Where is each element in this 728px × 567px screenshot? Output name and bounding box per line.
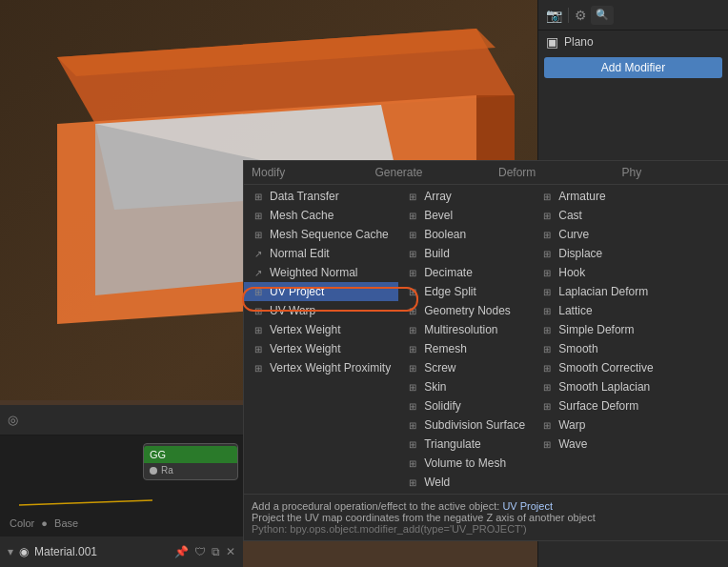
item-build[interactable]: ⊞ Build — [398, 244, 533, 263]
search-button[interactable]: 🔍 — [591, 6, 614, 25]
item-laplacian-deform[interactable]: ⊞ Laplacian Deform — [533, 282, 660, 301]
item-bevel[interactable]: ⊞ Bevel — [398, 206, 533, 225]
item-geometry-nodes[interactable]: ⊞ Geometry Nodes — [398, 301, 533, 320]
multiresolution-icon: ⊞ — [406, 323, 419, 336]
item-surface-deform[interactable]: ⊞ Surface Deform — [533, 396, 660, 415]
item-label: Bevel — [424, 209, 453, 222]
pin-icon[interactable]: 📌 — [174, 545, 189, 558]
item-smooth-laplacian[interactable]: ⊞ Smooth Laplacian — [533, 377, 660, 396]
dropdown-menu: Modify Generate Deform Phy ⊞ Data Transf… — [243, 160, 728, 541]
item-label: Geometry Nodes — [424, 304, 511, 317]
add-modifier-button[interactable]: Add Modifier — [544, 57, 722, 78]
item-smooth-corrective[interactable]: ⊞ Smooth Corrective — [533, 358, 660, 377]
item-label: Lattice — [558, 304, 592, 317]
item-simple-deform[interactable]: ⊞ Simple Deform — [533, 320, 660, 339]
close-icon[interactable]: ✕ — [226, 545, 235, 558]
item-wave[interactable]: ⊞ Wave — [533, 435, 660, 454]
item-multiresolution[interactable]: ⊞ Multiresolution — [398, 320, 533, 339]
item-mesh-seq-cache[interactable]: ⊞ Mesh Sequence Cache — [244, 225, 398, 244]
item-edge-split[interactable]: ⊞ Edge Split — [398, 282, 533, 301]
node-header: GG — [144, 446, 237, 463]
item-label: Screw — [424, 361, 455, 375]
plano-label: Plano — [564, 35, 594, 49]
color-label-row: Color ● Base — [10, 517, 78, 529]
item-label: Remesh — [424, 342, 467, 355]
item-label: Cast — [558, 209, 582, 222]
item-subdivision-surface[interactable]: ⊞ Subdivision Surface — [398, 415, 533, 435]
item-vertex-weight1[interactable]: ⊞ Vertex Weight — [244, 320, 398, 339]
mesh-cache-icon: ⊞ — [252, 209, 265, 222]
item-label: Smooth Laplacian — [558, 380, 650, 394]
item-label: Warp — [558, 418, 585, 432]
bevel-icon: ⊞ — [406, 209, 419, 222]
lattice-icon: ⊞ — [540, 304, 554, 317]
item-weld[interactable]: ⊞ Weld — [398, 473, 533, 492]
item-normal-edit[interactable]: ↗ Normal Edit — [244, 244, 398, 263]
item-label: UV Project — [270, 285, 324, 298]
weld-icon: ⊞ — [406, 476, 419, 489]
item-hook[interactable]: ⊞ Hook — [533, 263, 660, 282]
item-skin[interactable]: ⊞ Skin — [398, 377, 533, 396]
item-vertex-weight-proximity[interactable]: ⊞ Vertex Weight Proximity — [244, 358, 398, 377]
item-smooth[interactable]: ⊞ Smooth — [533, 339, 660, 358]
build-icon: ⊞ — [406, 247, 419, 260]
item-label: Armature — [558, 190, 605, 203]
mesh-seq-icon: ⊞ — [252, 228, 265, 241]
screw-icon: ⊞ — [406, 361, 419, 375]
item-decimate[interactable]: ⊞ Decimate — [398, 263, 533, 282]
item-label: Simple Deform — [558, 323, 634, 336]
svg-line-6 — [19, 500, 152, 505]
item-remesh[interactable]: ⊞ Remesh — [398, 339, 533, 358]
armature-icon: ⊞ — [540, 190, 554, 203]
item-mesh-cache[interactable]: ⊞ Mesh Cache — [244, 206, 398, 225]
search-icon: 🔍 — [596, 9, 609, 21]
item-cast[interactable]: ⊞ Cast — [533, 206, 660, 225]
material-row: ▾ ◉ Material.001 📌 🛡 ⧉ ✕ — [0, 537, 243, 567]
item-screw[interactable]: ⊞ Screw — [398, 358, 533, 377]
skin-icon: ⊞ — [406, 380, 419, 394]
color-label: Color — [10, 517, 34, 529]
node-row-ra: Ra — [144, 463, 237, 477]
plano-row: ▣ Plano — [538, 30, 728, 53]
triangulate-icon: ⊞ — [406, 437, 419, 451]
col-header-deform: Deform — [491, 161, 615, 184]
item-label: Mesh Cache — [270, 209, 334, 222]
copy-icon[interactable]: ⧉ — [212, 545, 220, 558]
cast-icon: ⊞ — [540, 209, 554, 222]
item-lattice[interactable]: ⊞ Lattice — [533, 301, 660, 320]
tooltip-description: Project the UV map coordinates from the … — [252, 512, 728, 523]
item-uv-warp[interactable]: ⊞ UV Warp — [244, 301, 398, 320]
right-panel-header: 📷 ⚙ 🔍 — [538, 0, 728, 30]
item-curve[interactable]: ⊞ Curve — [533, 225, 660, 244]
node-connector — [0, 486, 191, 515]
col-header-generate: Generate — [368, 161, 492, 184]
item-solidify[interactable]: ⊞ Solidify — [398, 396, 533, 415]
item-warp[interactable]: ⊞ Warp — [533, 415, 660, 435]
item-volume-to-mesh[interactable]: ⊞ Volume to Mesh — [398, 454, 533, 473]
item-armature[interactable]: ⊞ Armature — [533, 187, 660, 206]
panel-icons: 📷 ⚙ — [546, 8, 587, 23]
tooltip-modifier: UV Project — [502, 500, 553, 512]
item-label: Array — [424, 190, 452, 203]
dropdown-arrow[interactable]: ▾ — [8, 545, 13, 558]
item-triangulate[interactable]: ⊞ Triangulate — [398, 435, 533, 454]
item-uv-project[interactable]: ⊞ UV Project — [244, 282, 398, 301]
item-label: Volume to Mesh — [424, 456, 506, 470]
geometry-nodes-icon: ⊞ — [406, 304, 419, 317]
item-array[interactable]: ⊞ Array — [398, 187, 533, 206]
vertex-weight2-icon: ⊞ — [252, 342, 265, 355]
item-data-transfer[interactable]: ⊞ Data Transfer — [244, 187, 398, 206]
settings-icon[interactable]: ⚙ — [575, 8, 587, 23]
camera-icon[interactable]: 📷 — [546, 8, 562, 23]
node-dot-ra — [150, 467, 157, 475]
item-vertex-weight2[interactable]: ⊞ Vertex Weight — [244, 339, 398, 358]
node-editor: ◎ ▾ ◉ Material.001 📌 🛡 ⧉ ✕ GG Ra Color ●… — [0, 405, 243, 567]
material-icon: ◉ — [19, 545, 29, 558]
item-weighted-normal[interactable]: ↗ Weighted Normal — [244, 263, 398, 282]
item-boolean[interactable]: ⊞ Boolean — [398, 225, 533, 244]
item-label: Weighted Normal — [270, 266, 357, 279]
item-displace[interactable]: ⊞ Displace — [533, 244, 660, 263]
material-name: Material.001 — [34, 545, 97, 558]
item-label: Wave — [558, 437, 587, 451]
shield-icon[interactable]: 🛡 — [194, 545, 206, 558]
